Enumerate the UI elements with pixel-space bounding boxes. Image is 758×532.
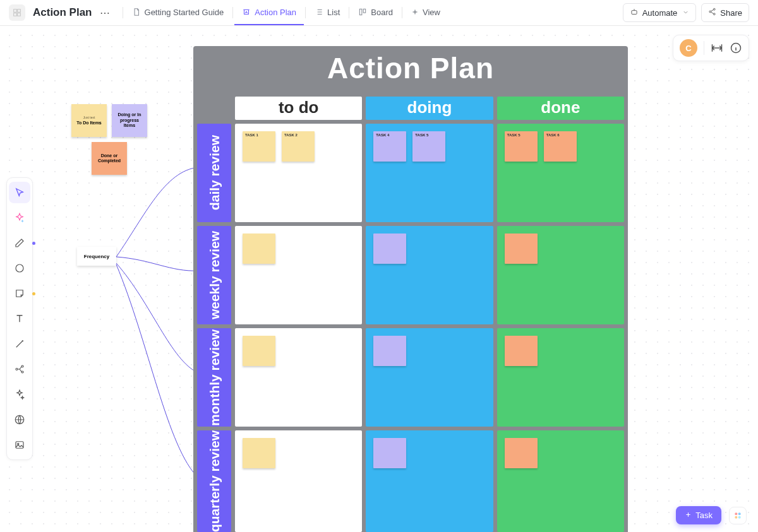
task-card[interactable] (505, 438, 538, 468)
row-label-quarterly: quarterly review (197, 430, 231, 532)
board-title: Action Plan (327, 52, 494, 85)
tool-magic[interactable] (9, 384, 30, 405)
task-card[interactable] (243, 336, 275, 366)
tool-shape[interactable] (9, 257, 30, 279)
row-label-weekly: weekly review (197, 226, 231, 324)
svg-point-15 (738, 512, 741, 515)
tool-text[interactable] (9, 308, 30, 329)
tool-ai[interactable] (9, 207, 30, 228)
task-card[interactable] (243, 438, 275, 468)
cell-weekly-todo[interactable] (235, 226, 362, 324)
task-card[interactable]: TASK 4 (373, 131, 406, 162)
task-card[interactable] (373, 233, 406, 264)
legend-doing[interactable]: Doing or In progress Items (112, 104, 147, 137)
fit-width-icon[interactable] (711, 42, 723, 54)
cell-daily-done[interactable]: TASK 5 TASK 6 (497, 124, 624, 222)
canvas-controls: C (673, 35, 749, 61)
svg-point-16 (735, 516, 737, 519)
svg-point-9 (21, 365, 23, 367)
task-card[interactable]: TASK 5 (505, 131, 538, 162)
tab-action-plan[interactable]: Action Plan (234, 0, 304, 25)
app-icon[interactable] (9, 4, 25, 21)
cell-daily-todo[interactable]: TASK 1 TASK 2 (235, 124, 362, 222)
task-card[interactable] (373, 438, 406, 468)
separator (232, 7, 233, 18)
tool-sticky[interactable] (9, 283, 30, 304)
task-card[interactable]: TASK 2 (282, 131, 315, 162)
info-icon[interactable] (730, 42, 742, 54)
col-header-doing: doing (366, 97, 493, 120)
cell-monthly-doing[interactable] (366, 328, 493, 427)
tab-list[interactable]: List (307, 0, 347, 25)
separator (305, 7, 306, 18)
task-card[interactable]: TASK 5 (412, 131, 445, 162)
list-icon (315, 8, 323, 16)
share-button[interactable]: Share (701, 3, 749, 22)
legend-label: Done or Completed (94, 153, 124, 164)
cell-quarterly-todo[interactable] (235, 430, 362, 532)
apps-button[interactable] (729, 507, 747, 524)
task-card[interactable]: TASK 1 (243, 131, 275, 162)
col-header-todo: to do (235, 97, 362, 120)
topbar: Action Plan ⋯ Getting Started Guide Acti… (0, 0, 758, 26)
svg-point-10 (21, 371, 23, 373)
legend-subtext: Just text (83, 115, 95, 119)
svg-rect-1 (363, 9, 366, 13)
tab-label: Getting Started Guide (145, 8, 224, 17)
svg-point-7 (16, 264, 23, 272)
cell-weekly-doing[interactable] (366, 226, 493, 324)
tool-sidebar (6, 177, 33, 460)
plus-icon (685, 511, 692, 520)
separator (349, 7, 349, 18)
cell-monthly-todo[interactable] (235, 328, 362, 427)
view-tabs: Getting Started Guide Action Plan List B… (121, 0, 448, 25)
cell-quarterly-done[interactable] (497, 430, 624, 532)
share-icon (708, 8, 716, 18)
tool-mindmap[interactable] (9, 358, 30, 380)
tool-connector[interactable] (9, 333, 30, 355)
avatar[interactable]: C (680, 39, 697, 57)
svg-rect-0 (360, 9, 363, 15)
legend-label: To Do Items (76, 121, 102, 126)
doc-title: Action Plan (33, 6, 92, 19)
task-button[interactable]: Task (676, 506, 721, 524)
tool-web[interactable] (9, 409, 30, 430)
separator (402, 7, 402, 18)
tab-board[interactable]: Board (351, 0, 400, 25)
board-title-bar: Action Plan (193, 46, 628, 92)
tool-select[interactable] (9, 182, 30, 203)
chevron-down-icon (682, 8, 689, 18)
task-card[interactable] (505, 233, 538, 264)
tool-image[interactable] (9, 434, 30, 456)
tool-pen[interactable] (9, 232, 30, 254)
svg-rect-12 (16, 442, 23, 449)
cell-monthly-done[interactable] (497, 328, 624, 427)
task-card[interactable] (505, 336, 538, 366)
cell-weekly-done[interactable] (497, 226, 624, 324)
tab-label: Board (371, 8, 393, 17)
tab-getting-started[interactable]: Getting Started Guide (124, 0, 232, 25)
legend-todo[interactable]: Just text To Do Items (71, 104, 107, 137)
cell-quarterly-doing[interactable] (366, 430, 493, 532)
legend-done[interactable]: Done or Completed (92, 142, 127, 175)
task-card[interactable]: TASK 6 (544, 131, 577, 162)
task-card[interactable] (373, 336, 406, 366)
col-header-done: done (497, 97, 624, 120)
frequency-label: Frequency (84, 254, 109, 259)
frequency-node[interactable]: Frequency (77, 247, 116, 266)
plus-icon (411, 8, 419, 16)
automate-button[interactable]: Automate (623, 3, 697, 22)
separator (123, 7, 123, 18)
board-frame[interactable]: Action Plan to do doing done daily revie… (193, 46, 628, 532)
tab-add-view[interactable]: View (404, 0, 448, 25)
tab-label: View (423, 8, 440, 17)
task-label: Task (695, 511, 713, 520)
more-icon[interactable]: ⋯ (97, 7, 112, 19)
board-grid: to do doing done daily review TASK 1 TAS… (193, 92, 628, 532)
share-label: Share (720, 8, 742, 18)
row-label-daily: daily review (197, 124, 231, 222)
task-card[interactable] (243, 233, 275, 264)
separator (704, 41, 704, 55)
canvas[interactable]: C Just text To Do Items Doing or In prog… (0, 26, 758, 532)
cell-daily-doing[interactable]: TASK 4 TASK 5 (366, 124, 493, 222)
